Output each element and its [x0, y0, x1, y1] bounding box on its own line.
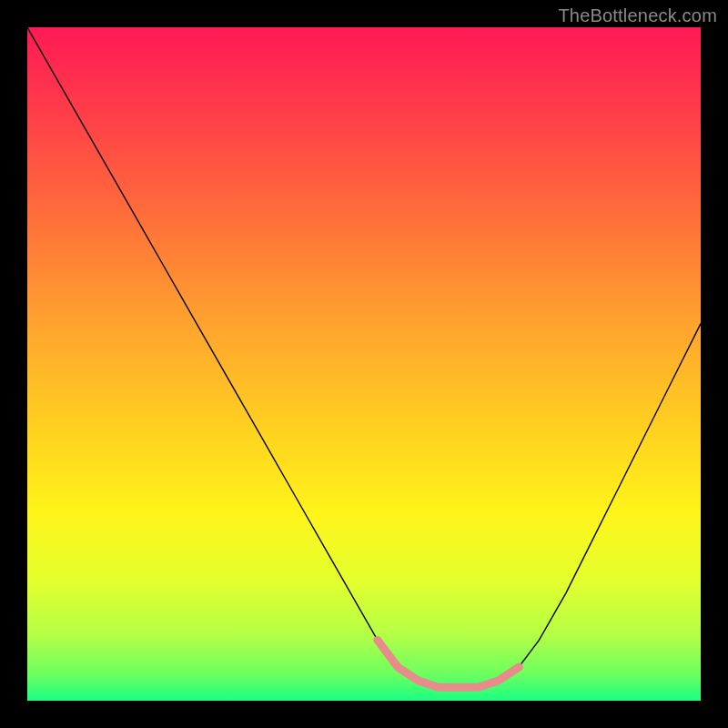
chart-svg — [27, 27, 701, 701]
watermark-text: TheBottleneck.com — [558, 5, 717, 26]
chart-frame: TheBottleneck.com — [0, 0, 728, 728]
plot-area — [27, 27, 701, 701]
plot-background — [27, 27, 701, 701]
